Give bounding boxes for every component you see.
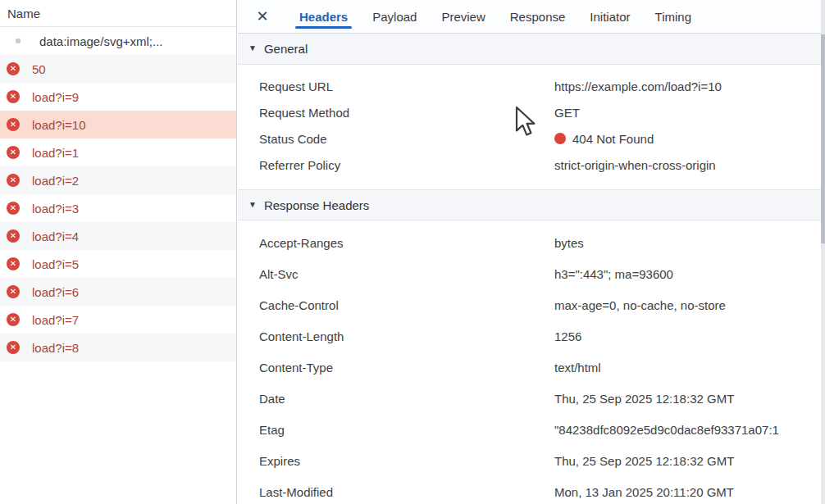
tab-payload[interactable]: Payload: [360, 0, 429, 33]
header-value-text: 1256: [554, 329, 581, 343]
header-value: strict-origin-when-cross-origin: [554, 158, 716, 172]
headers-sections: ▼GeneralRequest URLhttps://example.com/l…: [238, 34, 825, 504]
error-status-icon: ✕: [7, 202, 20, 215]
request-list-item[interactable]: ✕load?i=1: [0, 138, 236, 166]
header-value-text: 404 Not Found: [572, 132, 654, 146]
error-status-icon: ✕: [7, 146, 20, 159]
header-row: Accept-Rangesbytes: [238, 227, 825, 258]
header-value-text: Thu, 25 Sep 2025 12:18:32 GMT: [554, 454, 734, 468]
header-value: bytes: [554, 236, 584, 250]
tab-initiator[interactable]: Initiator: [577, 0, 642, 33]
header-name: Accept-Ranges: [259, 236, 554, 250]
request-list-item[interactable]: ✕load?i=5: [0, 250, 236, 278]
header-value: Thu, 25 Sep 2025 12:18:32 GMT: [554, 392, 734, 406]
header-value: text/html: [554, 361, 601, 375]
request-list-item[interactable]: ✕50: [0, 55, 236, 83]
header-name: Cache-Control: [259, 298, 554, 312]
header-value-text: max-age=0, no-cache, no-store: [554, 298, 726, 312]
collapse-triangle-icon: ▼: [248, 200, 257, 209]
section-header-response-headers[interactable]: ▼Response Headers: [238, 189, 825, 220]
tab-preview[interactable]: Preview: [429, 0, 497, 33]
request-name-label: data:image/svg+xml;...: [39, 34, 162, 48]
request-list-item[interactable]: ✕load?i=8: [0, 334, 236, 361]
request-list-pane: Name data:image/svg+xml;...✕50✕load?i=9✕…: [0, 0, 237, 504]
tab-response[interactable]: Response: [498, 0, 578, 33]
header-value-text: "84238dfc8092e5d9c0dac8ef93371a07:1: [554, 423, 779, 437]
scrollbar[interactable]: [821, 0, 825, 504]
section-rows: Request URLhttps://example.com/load?i=10…: [238, 65, 825, 189]
header-name: Last-Modified: [259, 485, 554, 499]
header-value: https://example.com/load?i=10: [554, 79, 722, 93]
header-value: max-age=0, no-cache, no-store: [554, 298, 726, 312]
error-status-icon: ✕: [7, 118, 20, 131]
request-name-label: load?i=10: [32, 118, 85, 132]
header-row: Request URLhttps://example.com/load?i=10: [238, 73, 825, 99]
request-list-item[interactable]: ✕load?i=6: [0, 278, 236, 306]
details-tabbar: ✕ HeadersPayloadPreviewResponseInitiator…: [238, 0, 825, 34]
request-list: data:image/svg+xml;...✕50✕load?i=9✕load?…: [0, 27, 236, 361]
error-status-icon: ✕: [7, 341, 20, 354]
scrollbar-thumb[interactable]: [821, 34, 825, 243]
header-value-text: strict-origin-when-cross-origin: [554, 158, 716, 172]
tab-strip: HeadersPayloadPreviewResponseInitiatorTi…: [287, 0, 704, 33]
request-name-label: load?i=6: [32, 285, 79, 299]
header-value: 1256: [554, 329, 581, 343]
request-name-label: 50: [32, 62, 46, 76]
request-list-item[interactable]: ✕load?i=10: [0, 111, 236, 138]
header-row: Cache-Controlmax-age=0, no-cache, no-sto…: [238, 289, 825, 320]
status-error-dot-icon: [554, 133, 566, 144]
header-row: Content-Typetext/html: [238, 352, 825, 383]
resource-file-icon: [16, 39, 21, 43]
devtools-network-panel: Name data:image/svg+xml;...✕50✕load?i=9✕…: [0, 0, 825, 504]
error-status-icon: ✕: [7, 257, 20, 270]
header-value: Thu, 25 Sep 2025 12:18:32 GMT: [554, 454, 734, 468]
request-list-item[interactable]: ✕load?i=7: [0, 306, 236, 334]
header-name: Request Method: [259, 106, 554, 120]
section-title: Response Headers: [264, 198, 369, 212]
header-value-text: Thu, 25 Sep 2025 12:18:32 GMT: [554, 392, 734, 406]
collapse-triangle-icon: ▼: [248, 43, 257, 52]
header-row: Content-Length1256: [238, 320, 825, 352]
error-status-icon: ✕: [7, 229, 20, 243]
request-name-label: load?i=7: [32, 313, 79, 327]
error-status-icon: ✕: [7, 90, 20, 103]
tab-headers[interactable]: Headers: [287, 0, 360, 33]
request-name-label: load?i=2: [32, 174, 79, 188]
header-value-text: GET: [554, 106, 580, 120]
close-icon[interactable]: ✕: [251, 7, 274, 25]
error-status-icon: ✕: [7, 313, 20, 326]
section-title: General: [264, 42, 308, 56]
request-name-label: load?i=4: [32, 229, 79, 243]
header-name: Content-Length: [259, 329, 554, 343]
header-row: Request MethodGET: [238, 99, 825, 125]
header-row: ExpiresThu, 25 Sep 2025 12:18:32 GMT: [238, 445, 825, 476]
header-row: Etag"84238dfc8092e5d9c0dac8ef93371a07:1: [238, 414, 825, 445]
error-status-icon: ✕: [7, 174, 20, 187]
header-name: Request URL: [259, 79, 554, 93]
request-list-item[interactable]: ✕load?i=3: [0, 194, 236, 222]
request-list-item[interactable]: data:image/svg+xml;...: [0, 27, 236, 55]
tab-timing[interactable]: Timing: [643, 0, 704, 33]
header-value: h3=":443"; ma=93600: [554, 267, 673, 281]
header-row: Last-ModifiedMon, 13 Jan 2025 20:11:20 G…: [238, 476, 825, 504]
header-value: GET: [554, 106, 580, 120]
request-list-item[interactable]: ✕load?i=4: [0, 222, 236, 250]
header-row: Status Code404 Not Found: [238, 125, 825, 152]
header-value: "84238dfc8092e5d9c0dac8ef93371a07:1: [554, 423, 779, 437]
header-row: Referrer Policystrict-origin-when-cross-…: [238, 152, 825, 178]
request-list-item[interactable]: ✕load?i=2: [0, 166, 236, 194]
header-name: Date: [259, 392, 554, 406]
request-details-pane: ✕ HeadersPayloadPreviewResponseInitiator…: [238, 0, 825, 504]
header-value-text: bytes: [554, 236, 584, 250]
header-value-text: https://example.com/load?i=10: [554, 79, 722, 93]
header-value-text: text/html: [554, 361, 601, 375]
header-value-text: Mon, 13 Jan 2025 20:11:20 GMT: [554, 485, 734, 499]
request-name-label: load?i=8: [32, 341, 79, 355]
request-list-item[interactable]: ✕load?i=9: [0, 83, 236, 111]
name-column-header[interactable]: Name: [0, 0, 236, 27]
header-name: Expires: [259, 454, 554, 468]
request-name-label: load?i=9: [32, 90, 79, 104]
section-header-general[interactable]: ▼General: [238, 34, 825, 65]
request-name-label: load?i=3: [32, 202, 79, 216]
header-name: Referrer Policy: [259, 158, 554, 172]
